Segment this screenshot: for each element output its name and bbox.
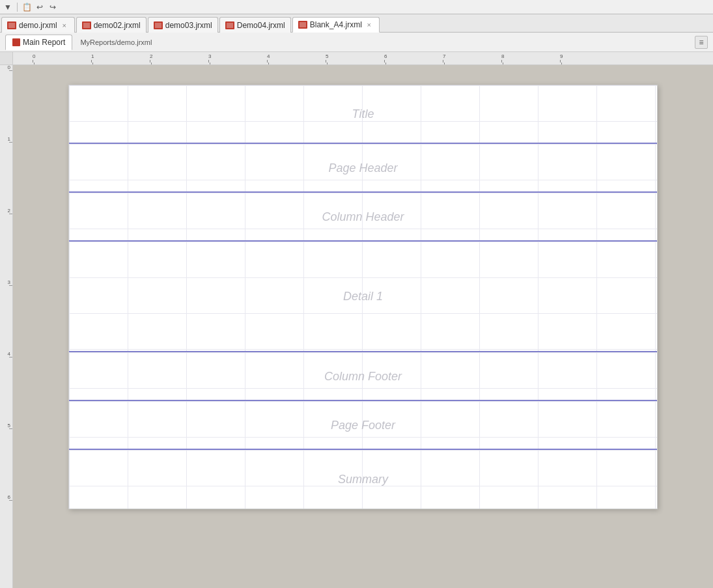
tab-main-report[interactable]: Main Report (5, 35, 72, 50)
hruler-tick-2: 2 (150, 52, 152, 64)
vruler-tick-2 (9, 214, 12, 214)
hruler-tick-3: 3 (208, 52, 211, 64)
main-report-tab-label: Main Report (23, 38, 65, 47)
toolbar: ▼ 📋 ↩ ↪ (0, 0, 713, 14)
band-label-summary: Summary (338, 473, 388, 486)
vruler-mark-6: 6 (0, 495, 12, 500)
panel-toggle-button[interactable]: ≡ (695, 36, 708, 49)
band-label-detail1: Detail 1 (343, 290, 383, 303)
toolbar-new-icon[interactable]: 📋 (21, 2, 32, 12)
vruler-tick-3 (9, 285, 12, 286)
band-grid-column-footer (69, 352, 657, 400)
band-grid-title (69, 85, 657, 143)
tab-close-demo[interactable]: × (60, 21, 69, 30)
band-title[interactable]: Title (69, 85, 657, 144)
band-grid-summary (69, 450, 657, 509)
tab-icon-demo03 (154, 21, 163, 29)
band-summary[interactable]: Summary (69, 450, 657, 509)
breadcrumb: MyReports/demo.jrxml (72, 38, 695, 46)
band-column-header[interactable]: Column Header (69, 193, 657, 242)
band-label-column-header: Column Header (322, 210, 404, 223)
hruler-tick-0: 0 (33, 52, 35, 64)
hruler-tick-5: 5 (326, 52, 328, 64)
vruler-tick-5 (9, 428, 12, 429)
vertical-ruler-marks: 0123456 (0, 65, 12, 588)
vruler-tick-1 (9, 142, 12, 143)
band-label-page-header: Page Header (328, 161, 397, 175)
tab-demo03[interactable]: demo03.jrxml (148, 17, 218, 33)
band-column-footer[interactable]: Column Footer (69, 352, 657, 401)
tab-icon-blank-a4 (298, 21, 307, 29)
toolbar-separator (17, 3, 18, 12)
band-label-title: Title (352, 107, 374, 121)
vruler-tick-0 (9, 70, 12, 71)
tab-icon-demo04 (225, 21, 234, 29)
tab-blank-a4[interactable]: Blank_A4.jrxml × (292, 17, 380, 33)
horizontal-ruler-row: 0123456789 (0, 52, 713, 65)
vertical-ruler: 0123456 (0, 65, 13, 588)
breadcrumb-text: MyReports/demo.jrxml (80, 38, 152, 46)
toolbar-redo-icon[interactable]: ↪ (48, 2, 58, 12)
hruler-tick-1: 1 (91, 52, 94, 64)
toolbar-dropdown-icon[interactable]: ▼ (3, 2, 13, 12)
tab-label-demo03: demo03.jrxml (165, 21, 212, 30)
hruler-tick-4: 4 (267, 52, 270, 64)
tab-demo02[interactable]: demo02.jrxml (76, 17, 147, 33)
canvas-scroll[interactable]: TitlePage HeaderColumn HeaderDetail 1Col… (13, 65, 713, 588)
view-tab-icon (12, 38, 20, 46)
hruler-tick-9: 9 (560, 52, 563, 64)
ruler-corner (0, 52, 13, 65)
vruler-mark-5: 5 (0, 423, 12, 428)
hruler-tick-8: 8 (501, 52, 504, 64)
band-page-footer[interactable]: Page Footer (69, 401, 657, 450)
horizontal-ruler: 0123456789 (13, 52, 713, 64)
tab-demo[interactable]: demo.jrxml × (1, 17, 75, 33)
band-grid-page-footer (69, 401, 657, 449)
band-label-page-footer: Page Footer (331, 418, 395, 432)
vruler-mark-2: 2 (0, 208, 12, 214)
hruler-tick-7: 7 (443, 52, 445, 64)
tab-label-demo02: demo02.jrxml (94, 21, 141, 30)
tab-label-demo: demo.jrxml (19, 21, 57, 30)
vruler-mark-1: 1 (0, 137, 12, 142)
tab-bar: demo.jrxml × demo02.jrxml demo03.jrxml D… (0, 14, 713, 33)
tab-label-demo04: Demo04.jrxml (237, 21, 285, 30)
view-bar: Main Report MyReports/demo.jrxml ≡ (0, 33, 713, 52)
tab-label-blank-a4: Blank_A4.jrxml (310, 20, 362, 29)
canvas-inner: TitlePage HeaderColumn HeaderDetail 1Col… (13, 65, 713, 588)
hruler-tick-6: 6 (384, 52, 387, 64)
band-grid-page-header (69, 144, 657, 191)
band-page-header[interactable]: Page Header (69, 144, 657, 193)
band-label-column-footer: Column Footer (324, 369, 402, 383)
vruler-mark-3: 3 (0, 280, 12, 285)
toolbar-undo-icon[interactable]: ↩ (35, 2, 45, 12)
tab-demo04[interactable]: Demo04.jrxml (219, 17, 291, 33)
main-content-area: 0123456 TitlePage HeaderColumn HeaderDet… (0, 65, 713, 588)
tab-close-blank-a4[interactable]: × (365, 20, 374, 29)
report-canvas[interactable]: TitlePage HeaderColumn HeaderDetail 1Col… (68, 85, 658, 509)
band-grid-detail1 (69, 242, 657, 351)
vruler-mark-4: 4 (0, 352, 12, 357)
band-grid-column-header (69, 193, 657, 240)
vruler-tick-4 (9, 357, 12, 357)
tab-icon-demo (7, 21, 16, 29)
band-detail1[interactable]: Detail 1 (69, 242, 657, 352)
vruler-tick-6 (9, 500, 12, 501)
tab-icon-demo02 (82, 21, 91, 29)
vruler-mark-0: 0 (0, 65, 12, 70)
